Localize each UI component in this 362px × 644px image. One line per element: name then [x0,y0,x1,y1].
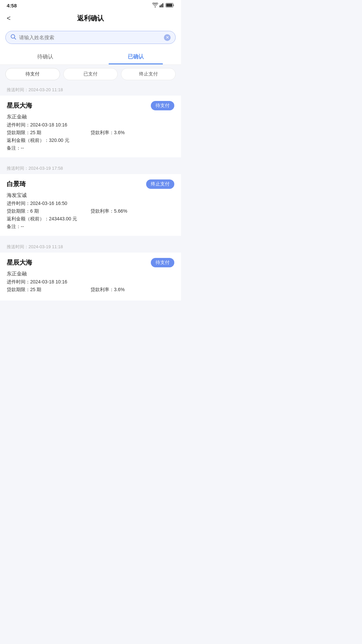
record-group-1: 推送时间：2024-03-20 11:18 星辰大海 待支付 东正金融 进件时间… [0,84,181,157]
record-enter-time-1: 进件时间：2024-03-18 10:16 [7,122,174,128]
record-group-2: 推送时间：2024-03-19 17:58 白景琦 终止支付 海发宝诚 进件时间… [0,162,181,236]
status-bar: 4:58 [0,0,181,10]
main-tabs: 待确认 已确认 [0,49,181,65]
record-loan-term-3: 贷款期限：25 期 [7,287,90,293]
record-note-1: 备注：-- [7,145,174,151]
record-loan-row-3: 贷款期限：25 期 贷款利率：3.6% [7,287,174,293]
signal-icon [160,3,164,8]
record-card-2[interactable]: 白景琦 终止支付 海发宝诚 进件时间：2024-03-16 16:50 贷款期限… [0,174,181,236]
record-group-3: 推送时间：2024-03-19 11:18 星辰大海 待支付 东正金融 进件时间… [0,240,181,301]
back-button[interactable]: < [7,14,11,22]
record-rebate-1: 返利金额（税前）：320.00 元 [7,138,174,144]
record-card-header-3: 星辰大海 待支付 [7,258,174,267]
record-enter-time-2: 进件时间：2024-03-16 16:50 [7,201,174,207]
record-card-header-1: 星辰大海 待支付 [7,101,174,110]
divider-2 [0,238,181,240]
record-name-1: 星辰大海 [7,101,32,110]
content: 推送时间：2024-03-20 11:18 星辰大海 待支付 东正金融 进件时间… [0,84,181,309]
search-clear-button[interactable]: ✕ [164,34,171,41]
tab-pending[interactable]: 待确认 [0,49,90,64]
search-icon [10,34,16,41]
svg-rect-0 [160,5,161,7]
status-icons [152,3,174,8]
record-company-3: 东正金融 [7,271,174,277]
sub-tabs: 待支付 已支付 终止支付 [0,65,181,84]
sub-tab-paid[interactable]: 已支付 [63,68,118,80]
record-loan-row-1: 贷款期限：25 期 贷款利率：3.6% [7,130,174,136]
record-enter-time-3: 进件时间：2024-03-18 10:16 [7,279,174,285]
page-title: 返利确认 [77,14,104,23]
record-loan-term-2: 贷款期限：6 期 [7,208,90,214]
status-badge-2: 终止支付 [146,179,174,189]
record-card-3[interactable]: 星辰大海 待支付 东正金融 进件时间：2024-03-18 10:16 贷款期限… [0,253,181,301]
divider-1 [0,159,181,162]
record-loan-rate-2: 贷款利率：5.66% [90,208,174,214]
push-time-1: 推送时间：2024-03-20 11:18 [0,84,181,96]
svg-rect-1 [161,4,162,7]
record-loan-rate-1: 贷款利率：3.6% [90,130,174,136]
status-time: 4:58 [7,3,17,8]
battery-icon [166,3,174,8]
record-rebate-2: 返利金额（税前）：243443.00 元 [7,216,174,222]
push-time-2: 推送时间：2024-03-19 17:58 [0,162,181,174]
svg-rect-2 [162,3,163,7]
record-company-1: 东正金融 [7,114,174,120]
svg-rect-5 [166,4,172,7]
search-bar: ✕ [5,31,176,44]
search-wrap: ✕ [0,28,181,49]
record-loan-rate-3: 贷款利率：3.6% [90,287,174,293]
record-company-2: 海发宝诚 [7,192,174,199]
tab-confirmed[interactable]: 已确认 [90,49,181,64]
sub-tab-stop-pay[interactable]: 终止支付 [121,68,176,80]
record-card-header-2: 白景琦 终止支付 [7,179,174,189]
record-name-2: 白景琦 [7,180,26,189]
record-loan-row-2: 贷款期限：6 期 贷款利率：5.66% [7,208,174,214]
status-badge-3: 待支付 [151,258,174,267]
record-loan-term-1: 贷款期限：25 期 [7,130,90,136]
push-time-3: 推送时间：2024-03-19 11:18 [0,240,181,253]
record-note-2: 备注：-- [7,224,174,230]
sub-tab-wait-pay[interactable]: 待支付 [5,68,60,80]
wifi-icon [152,3,158,8]
svg-rect-3 [164,3,164,7]
record-card-1[interactable]: 星辰大海 待支付 东正金融 进件时间：2024-03-18 10:16 贷款期限… [0,96,181,157]
record-name-3: 星辰大海 [7,258,32,267]
search-input[interactable] [19,35,161,40]
status-badge-1: 待支付 [151,101,174,110]
header: < 返利确认 [0,10,181,28]
